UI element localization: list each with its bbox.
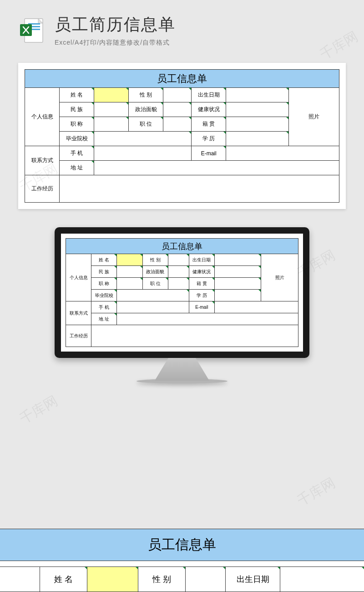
- page-header: 员工简历信息单 Excel/A4打印/内容随意修改/自带格式: [0, 0, 364, 54]
- form-title: 员工信息单: [25, 70, 339, 88]
- section-work: 工作经历: [25, 175, 60, 203]
- label-health: 健康状况: [192, 102, 226, 117]
- employee-form-table: 员工信息单 个人信息 姓 名 性 别 出生日期 照片 民 族 政治面貌 健康状况…: [25, 69, 339, 203]
- label-phone: 手 机: [60, 146, 94, 161]
- input-gender[interactable]: [163, 88, 192, 102]
- input-health[interactable]: [226, 102, 289, 117]
- input-native[interactable]: [226, 117, 289, 132]
- strip-title: 员工信息单: [0, 529, 364, 561]
- label-edu: 学 历: [192, 132, 226, 146]
- sheet-preview-card: 员工信息单 个人信息 姓 名 性 别 出生日期 照片 民 族 政治面貌 健康状况…: [18, 63, 346, 209]
- input-name[interactable]: [94, 88, 129, 102]
- input-phone[interactable]: [94, 146, 192, 161]
- strip-input-gender[interactable]: [186, 566, 226, 592]
- watermark: 千库网: [294, 474, 339, 510]
- page-title: 员工简历信息单: [55, 14, 346, 36]
- bottom-strip: 员工信息单 姓 名 性 别 出生日期: [0, 529, 364, 592]
- input-work[interactable]: [60, 175, 339, 203]
- strip-label-name: 姓 名: [40, 566, 87, 592]
- employee-form-table-monitor: 员工信息单 个人信息 姓 名 性 别 出生日期 照片 民 族 政治面貌 健康: [66, 238, 298, 347]
- label-title: 职 称: [60, 117, 94, 132]
- label-email: E-mail: [192, 146, 226, 161]
- monitor-mockup: 员工信息单 个人信息 姓 名 性 别 出生日期 照片 民 族 政治面貌 健康: [55, 227, 309, 383]
- label-gender: 性 别: [129, 88, 163, 102]
- excel-icon: [18, 17, 46, 44]
- label-name: 姓 名: [60, 88, 94, 102]
- label-political: 政治面貌: [129, 102, 163, 117]
- input-email[interactable]: [226, 146, 339, 161]
- input-edu[interactable]: [226, 132, 289, 146]
- label-ethnic: 民 族: [60, 102, 94, 117]
- input-school[interactable]: [94, 132, 192, 146]
- page-subtitle: Excel/A4打印/内容随意修改/自带格式: [55, 39, 346, 47]
- section-personal: 个人信息: [25, 88, 60, 146]
- label-address: 地 址: [60, 161, 94, 175]
- input-ethnic[interactable]: [94, 102, 129, 117]
- label-school: 毕业院校: [60, 132, 94, 146]
- strip-label-birth: 出生日期: [226, 566, 280, 592]
- watermark: 千库网: [16, 392, 61, 429]
- photo-cell[interactable]: 照片: [289, 88, 339, 146]
- label-position: 职 位: [129, 117, 163, 132]
- strip-input-name[interactable]: [87, 566, 138, 592]
- input-political[interactable]: [163, 102, 192, 117]
- input-address[interactable]: [94, 161, 339, 175]
- strip-input-birth[interactable]: [280, 566, 364, 592]
- input-position[interactable]: [163, 117, 192, 132]
- label-birth: 出生日期: [192, 88, 226, 102]
- label-native: 籍 贯: [192, 117, 226, 132]
- input-title[interactable]: [94, 117, 129, 132]
- input-birth[interactable]: [226, 88, 289, 102]
- section-contact: 联系方式: [25, 146, 60, 175]
- strip-label-gender: 性 别: [138, 566, 186, 592]
